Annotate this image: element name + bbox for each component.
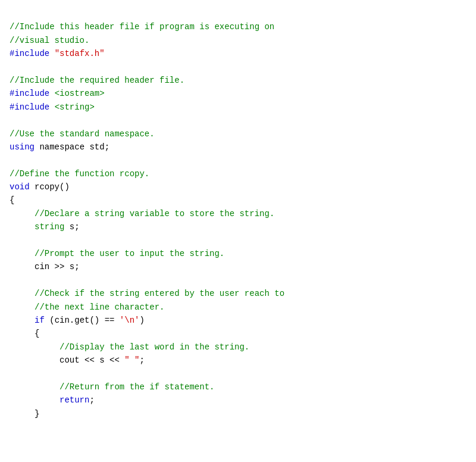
code-token: string [35, 222, 64, 232]
code-line: #include "stdafx.h" [10, 47, 466, 60]
code-line: } [10, 407, 466, 420]
code-line: //Define the function rcopy. [10, 167, 466, 180]
code-token: ; [89, 395, 94, 405]
code-line: void rcopy() [10, 180, 466, 193]
code-line: cin >> s; [10, 260, 466, 273]
code-token: std; [89, 142, 109, 152]
code-token [10, 316, 35, 325]
code-token [10, 249, 35, 258]
code-line: string s; [10, 220, 466, 233]
code-token: <iostream> [55, 89, 105, 98]
code-token: return [60, 395, 89, 405]
code-token: #include [10, 49, 55, 58]
code-line [10, 274, 466, 287]
code-token [10, 395, 60, 405]
code-token [10, 289, 35, 298]
code-token: #include [10, 102, 55, 112]
code-line: //Include this header file if program is… [10, 20, 466, 33]
code-token: namespace [35, 142, 89, 152]
code-token: { [10, 329, 39, 338]
code-token: } [10, 409, 39, 419]
code-token: #include [10, 89, 55, 98]
code-line [10, 114, 466, 127]
code-token: //Declare a string variable to store the… [35, 209, 274, 218]
code-line: //visual studio. [10, 34, 466, 47]
code-line [10, 367, 466, 380]
code-token [10, 209, 35, 218]
code-line: if (cin.get() == '\n') [10, 314, 466, 327]
code-token: //Prompt the user to input the string. [35, 249, 224, 258]
code-line: #include <string> [10, 101, 466, 114]
code-token: //visual studio. [10, 36, 89, 45]
code-line [10, 154, 466, 167]
code-line: //Check if the string entered by the use… [10, 287, 466, 300]
code-token: ) [139, 316, 144, 325]
code-line: //the next line character. [10, 301, 466, 314]
code-token [10, 382, 60, 392]
code-token: //Check if the string entered by the use… [35, 289, 284, 298]
code-token: //Define the function rcopy. [10, 169, 149, 179]
code-line: //Return from the if statement. [10, 380, 466, 394]
code-token: cout << s << [10, 355, 124, 365]
code-token: cin >> s; [10, 262, 80, 271]
code-line: //Include the required header file. [10, 74, 466, 87]
code-token: //Include this header file if program is… [10, 22, 274, 32]
code-token: "stdafx.h" [55, 49, 105, 58]
code-token: " " [124, 355, 139, 365]
code-token: (cin.get() == [45, 316, 120, 325]
code-line: { [10, 193, 466, 207]
code-token: '\n' [120, 316, 140, 325]
code-line: return; [10, 394, 466, 407]
code-token: //Use the standard namespace. [10, 129, 155, 139]
code-token: ; [139, 355, 144, 365]
code-token: //the next line character. [35, 302, 164, 312]
code-line: //Display the last word in the string. [10, 341, 466, 354]
code-token: void [10, 182, 30, 192]
code-token [10, 342, 60, 352]
code-token [10, 302, 35, 312]
code-token: if [35, 316, 45, 325]
code-token: //Display the last word in the string. [60, 342, 249, 352]
code-line: using namespace std; [10, 141, 466, 154]
code-line: cout << s << " "; [10, 354, 466, 367]
code-token: //Include the required header file. [10, 76, 184, 85]
code-display: //Include this header file if program is… [10, 7, 466, 420]
code-line: //Prompt the user to input the string. [10, 247, 466, 260]
code-token: { [10, 195, 14, 205]
code-line [10, 234, 466, 247]
code-token: s; [64, 222, 79, 232]
code-token: //Return from the if statement. [60, 382, 214, 392]
code-line: { [10, 327, 466, 340]
code-line: //Use the standard namespace. [10, 127, 466, 141]
code-token [10, 222, 35, 232]
code-token: <string> [55, 102, 95, 112]
code-line: //Declare a string variable to store the… [10, 207, 466, 220]
code-token: rcopy() [30, 182, 70, 192]
code-line [10, 61, 466, 74]
code-token: using [10, 142, 35, 152]
code-line: #include <iostream> [10, 87, 466, 100]
